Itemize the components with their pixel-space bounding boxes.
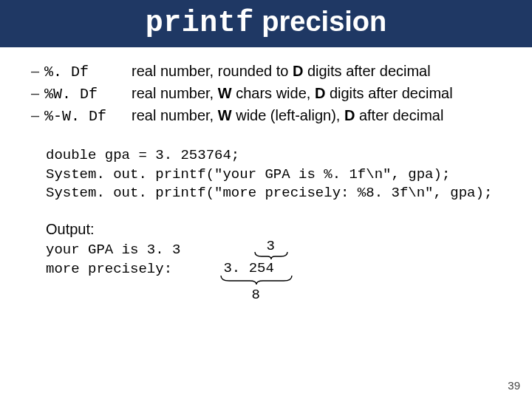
- page-number: 39: [508, 379, 520, 392]
- title-bar: printf precision: [0, 0, 532, 47]
- spec-row: – %-W. Df real number, W wide (left-alig…: [27, 105, 505, 127]
- title-mono: printf: [146, 7, 254, 40]
- output-row: your GPA is 3. 3 more precisely: 3 3. 25…: [46, 241, 505, 303]
- bullet-dash: –: [31, 105, 44, 126]
- spec-row: – %. Df real number, rounded to D digits…: [27, 61, 505, 83]
- format-desc: real number, W wide (left-align), D afte…: [132, 105, 505, 126]
- spec-row: – %W. Df real number, W chars wide, D di…: [27, 83, 505, 105]
- brace-bottom-icon: [220, 275, 293, 285]
- output-label: Output:: [46, 221, 505, 238]
- format-desc: real number, W chars wide, D digits afte…: [132, 83, 505, 104]
- title-rest: precision: [254, 6, 387, 37]
- code-example: double gpa = 3. 253764; System. out. pri…: [46, 146, 505, 203]
- diagram-value: 3. 254: [223, 260, 273, 276]
- bullet-dash: –: [31, 83, 44, 104]
- format-code: %-W. Df: [44, 106, 132, 127]
- output-text: your GPA is 3. 3 more precisely:: [46, 241, 180, 279]
- format-spec-list: – %. Df real number, rounded to D digits…: [27, 61, 505, 127]
- brace-top-icon: [254, 251, 288, 260]
- diagram-bottom-number: 8: [251, 287, 259, 303]
- format-code: %. Df: [44, 61, 132, 83]
- format-code: %W. Df: [44, 83, 132, 105]
- format-desc: real number, rounded to D digits after d…: [132, 61, 505, 82]
- bullet-dash: –: [31, 61, 44, 82]
- width-diagram: 3 3. 254 8: [210, 241, 306, 303]
- slide-content: – %. Df real number, rounded to D digits…: [0, 47, 532, 303]
